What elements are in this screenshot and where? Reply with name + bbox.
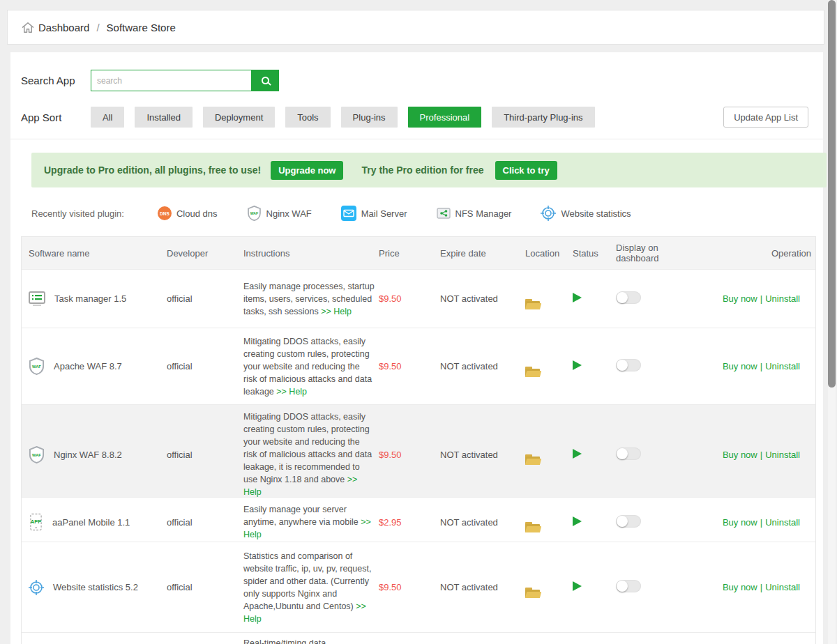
col-instructions: Instructions: [243, 248, 379, 259]
expire-date: NOT activated: [440, 450, 525, 460]
expire-date: NOT activated: [440, 361, 525, 371]
search-row: Search App: [21, 70, 813, 91]
scrollbar-track[interactable]: [828, 0, 836, 644]
buy-now-link[interactable]: Buy now: [723, 582, 757, 592]
dashboard-toggle[interactable]: [616, 580, 641, 592]
tab-tools[interactable]: Tools: [285, 107, 330, 128]
instructions: Mitigating DDOS attacks, easily creating…: [243, 330, 379, 404]
uninstall-link[interactable]: Uninstall: [765, 293, 800, 304]
developer: official: [167, 582, 243, 592]
buy-now-link[interactable]: Buy now: [723, 293, 757, 304]
tab-installed[interactable]: Installed: [135, 107, 192, 128]
uninstall-link[interactable]: Uninstall: [765, 450, 800, 460]
home-icon[interactable]: [22, 22, 34, 33]
expire-date: NOT activated: [440, 517, 525, 528]
click-to-try-button[interactable]: Click to try: [495, 161, 557, 180]
search-label: Search App: [21, 75, 91, 86]
dashboard-toggle[interactable]: [616, 447, 641, 460]
developer: official: [167, 293, 243, 304]
instructions: Real-time/timing data: [243, 633, 379, 644]
svg-text:WAF: WAF: [250, 211, 257, 215]
expire-date: NOT activated: [440, 293, 525, 304]
instructions: Easily manage your server anytime, anywh…: [243, 498, 379, 546]
tab-deployment[interactable]: Deployment: [203, 107, 275, 128]
price: $9.50: [379, 582, 440, 592]
svg-text:WAF: WAF: [32, 365, 41, 369]
software-name[interactable]: aaPanel Mobile 1.1: [52, 517, 130, 528]
software-name[interactable]: Nginx WAF 8.8.2: [54, 450, 122, 460]
instructions: Easily manage processes, startup items, …: [243, 275, 379, 323]
price: $9.50: [379, 361, 440, 371]
pro-banner-message: Upgrade to Pro edition, all plugins, fre…: [44, 164, 261, 176]
uninstall-link[interactable]: Uninstall: [765, 361, 800, 371]
uninstall-link[interactable]: Uninstall: [765, 582, 800, 592]
task-manager-icon: [29, 291, 45, 307]
col-developer: Developer: [167, 248, 243, 259]
upgrade-now-button[interactable]: Upgrade now: [271, 161, 343, 180]
col-operation: Operation: [683, 248, 815, 259]
play-icon[interactable]: [573, 449, 582, 459]
developer: official: [167, 450, 243, 460]
nfs-disk-icon: [437, 206, 451, 220]
table-row: APP aaPanel Mobile 1.1 official Easily m…: [22, 497, 815, 542]
col-software-name: Software name: [22, 248, 167, 259]
recent-plugin-nginx-waf[interactable]: WAF Nginx WAF: [247, 206, 312, 221]
sort-tabs: All Installed Deployment Tools Plug-ins …: [91, 107, 595, 128]
play-icon[interactable]: [573, 360, 582, 370]
pro-banner: Upgrade to Pro edition, all plugins, fre…: [31, 153, 827, 187]
developer: official: [167, 361, 243, 371]
table-row: WAF Apache WAF 8.7 official Mitigating D…: [22, 328, 815, 404]
recent-plugin-mail-server[interactable]: Mail Server: [341, 206, 407, 221]
tab-third-party-plug-ins[interactable]: Third-party Plug-ins: [492, 107, 594, 128]
uninstall-link[interactable]: Uninstall: [765, 517, 800, 528]
dashboard-toggle[interactable]: [616, 291, 641, 304]
dashboard-toggle[interactable]: [616, 515, 641, 528]
recent-plugin-cloud-dns[interactable]: DNS Cloud dns: [158, 206, 218, 220]
help-link[interactable]: >> Help: [276, 387, 307, 397]
tab-all[interactable]: All: [91, 107, 124, 128]
search-input[interactable]: [91, 70, 252, 91]
dashboard-toggle[interactable]: [616, 359, 641, 371]
breadcrumb-dashboard[interactable]: Dashboard: [38, 22, 89, 33]
play-icon[interactable]: [573, 293, 582, 302]
price: $2.95: [379, 517, 440, 528]
help-link[interactable]: >> Help: [321, 307, 352, 316]
recently-visited-row: Recently visited plugin: DNS Cloud dns W…: [31, 206, 813, 221]
pro-trial-message: Try the Pro edition for free: [361, 164, 483, 176]
waf-shield-icon: WAF: [29, 358, 45, 375]
stats-target-icon: [29, 580, 44, 595]
breadcrumb: Dashboard / Software Store: [7, 10, 824, 45]
col-price: Price: [379, 248, 440, 259]
search-button[interactable]: [252, 70, 279, 91]
price: $9.50: [379, 450, 440, 460]
scrollbar-thumb[interactable]: [828, 0, 836, 388]
tab-plug-ins[interactable]: Plug-ins: [341, 107, 398, 128]
app-sort-label: App Sort: [21, 112, 91, 123]
dns-cloud-icon: DNS: [158, 206, 172, 220]
software-name[interactable]: Task manager 1.5: [54, 293, 126, 304]
buy-now-link[interactable]: Buy now: [723, 517, 757, 528]
update-app-list-button[interactable]: Update App List: [723, 107, 808, 128]
play-icon[interactable]: [573, 581, 582, 591]
waf-shield-icon: WAF: [247, 206, 262, 221]
tab-professional[interactable]: Professional: [408, 107, 482, 128]
developer: official: [167, 517, 243, 528]
recent-plugin-nfs-manager[interactable]: NFS Manager: [437, 206, 512, 220]
software-name[interactable]: Apache WAF 8.7: [54, 361, 122, 371]
expire-date: NOT activated: [440, 582, 525, 592]
play-icon[interactable]: [573, 516, 582, 526]
col-expire-date: Expire date: [440, 248, 525, 259]
table-row: WAF Nginx WAF 8.8.2 official Mitigating …: [22, 404, 815, 497]
software-name[interactable]: Website statistics 5.2: [53, 582, 138, 592]
buy-now-link[interactable]: Buy now: [723, 450, 757, 460]
table-row: Task manager 1.5 official Easily manage …: [22, 269, 815, 328]
svg-text:WAF: WAF: [32, 452, 41, 457]
main-card: Search App App Sort All Installed Deploy…: [10, 52, 823, 644]
app-sort-row: App Sort All Installed Deployment Tools …: [21, 107, 813, 128]
buy-now-link[interactable]: Buy now: [723, 361, 757, 371]
price: $9.50: [379, 293, 440, 304]
recent-plugin-website-statistics[interactable]: Website statistics: [541, 206, 631, 221]
software-table: Software name Developer Instructions Pri…: [21, 236, 816, 644]
stats-target-icon: [541, 206, 556, 221]
breadcrumb-separator: /: [96, 22, 99, 33]
